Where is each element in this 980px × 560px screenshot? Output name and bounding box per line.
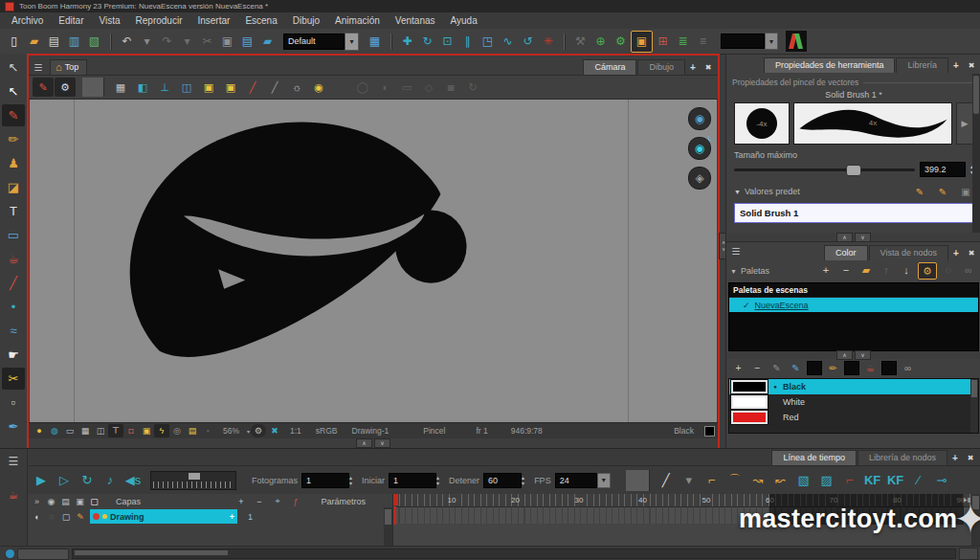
matte-view-icon[interactable]: ◈ [688,167,711,190]
paint-color-icon[interactable]: ☕ [862,361,879,375]
rotate-view-icon[interactable]: ↻ [462,78,483,97]
flip-vertical-icon[interactable]: ▨ [815,470,838,491]
menu-item[interactable]: Editar [51,13,91,28]
brush-color-icon[interactable]: ✎ [788,361,804,375]
undo-dropdown-icon[interactable]: ▾ [137,32,157,52]
close-view-button[interactable]: ✖ [965,246,978,259]
add-drawing-layer-icon[interactable]: ≣ [673,32,693,52]
zoom-level[interactable]: 56% [223,426,239,436]
color-list-scrollbar[interactable] [970,379,978,433]
paint-tool[interactable]: ☕ [2,248,25,270]
maintain-size-icon[interactable]: ◳ [478,32,498,52]
texture-preview-icon[interactable]: ◎ [169,424,185,437]
scene-marker-icon[interactable] [6,549,14,558]
brush-stroke-preview[interactable]: 4x [793,102,952,145]
gear-icon[interactable]: ⚙ [55,78,76,97]
preview-next-icon[interactable]: ▶ [956,102,973,145]
cutter-tool[interactable]: ✂ [2,368,25,390]
text-tool[interactable]: T [2,200,25,222]
close-view-button[interactable]: ✖ [964,451,977,464]
collapse-up-icon[interactable]: ∧ [836,350,853,360]
layer-visibility-icon[interactable]: ◐ [31,510,44,523]
instant-render-icon[interactable]: ϟ [154,424,169,437]
jog-knob[interactable] [189,473,200,480]
close-view-button[interactable]: ✖ [965,58,978,72]
save-icon[interactable]: ▤ [44,32,64,52]
color-swatch[interactable] [731,411,768,424]
workspace-dropdown[interactable]: Default ▾ [283,33,359,51]
brush-tool[interactable]: ✎ [2,104,25,126]
solo-mode-icon[interactable]: ▢ [87,495,101,507]
delete-layer-button[interactable]: − [252,495,266,507]
stop-motion-keyframe-icon[interactable]: ⊸ [930,470,953,491]
snap-options-icon[interactable]: ◧ [132,78,153,97]
view-tab[interactable]: Cámara [583,59,636,75]
draw-behind-icon[interactable]: ╱ [264,78,285,97]
menu-item[interactable]: Insertar [189,13,237,28]
menu-item[interactable]: Dibujo [285,13,327,28]
palette-row[interactable]: ✓ NuevaEscena [729,298,978,312]
panel-tab[interactable]: Línea de tiempo [771,450,857,465]
ellipse-guide-icon[interactable]: ◯ [352,78,373,97]
new-scene-icon[interactable]: ▯ [4,32,24,52]
workspace-value[interactable]: Default [283,34,345,50]
stop-field[interactable]: 60 [483,473,522,488]
color-panel-splitter[interactable]: ∧ ∨ [726,351,980,359]
pencil-color-icon[interactable]: ✏ [825,361,841,375]
max-size-value[interactable]: 399.2 [920,162,966,177]
color-swatch[interactable] [731,395,768,409]
edit-color-icon[interactable]: ✎ [768,361,785,375]
layer-name-bar[interactable]: Drawing + [90,509,237,524]
copy-icon[interactable]: ▣ [217,32,237,52]
add-view-button[interactable]: + [949,246,963,259]
lock-add-icon[interactable]: ▣ [220,78,241,97]
lock-view-icon[interactable]: ▣ [139,424,154,437]
zoom-dropdown-icon[interactable]: ▾ [247,428,250,435]
select-by-color-tool[interactable]: ▫ [2,392,25,414]
collapse-up-icon[interactable]: ∧ [356,438,372,448]
animate-tool[interactable]: ↖ [2,56,25,78]
outline-mode-icon[interactable]: ▭ [62,424,78,437]
panel-tab[interactable]: Vista de nodos [869,245,948,260]
link-colors-icon[interactable]: ∞ [900,361,916,375]
rotate-icon[interactable]: ↻ [417,32,437,52]
brush-min-preview[interactable]: -4x [734,102,790,145]
preset-menu-icon[interactable]: ▣ [958,185,973,198]
sound-button[interactable]: ♪ [99,470,122,491]
rect-guide-icon[interactable]: ▭ [396,78,417,97]
panel-tab[interactable]: Librería [896,57,948,73]
grid-icon[interactable]: ▦ [110,78,131,97]
menu-item[interactable]: Ventanas [388,13,443,28]
chevron-down-icon[interactable]: ▾ [345,33,359,51]
status-gear-icon[interactable]: ⚙ [251,424,266,437]
layer-thumb-icon[interactable]: ▢ [59,510,73,523]
safe-area-icon[interactable]: ◘ [123,424,139,437]
show-all-icon[interactable]: » [30,495,44,507]
frames-field[interactable]: 1 [301,473,349,488]
set-ease-out-icon[interactable]: ⌒ [724,470,746,491]
pencil-color-swatch[interactable] [844,361,859,375]
loop-button[interactable]: ↻ [76,470,99,491]
onion-skin-icon[interactable]: ◉ [308,78,329,97]
start-field[interactable]: 1 [389,473,436,488]
repaint-brush-tool[interactable]: ╱ [2,272,25,294]
timeline-hscrollbar[interactable] [72,549,956,559]
status-close-icon[interactable]: ✖ [267,424,282,437]
grid-overlay-icon[interactable]: ▦ [78,424,93,437]
remove-keyframe-icon[interactable]: KF [884,470,907,491]
chevron-down-icon[interactable]: ▾ [765,33,778,50]
thumbnail-icon[interactable]: ▤ [185,424,200,437]
paste-icon[interactable]: ▤ [237,32,257,52]
panel-tab[interactable]: Color [824,245,868,260]
fps-dropdown-icon[interactable]: ▾ [597,473,611,488]
playhead[interactable] [393,494,398,505]
camera-mask-icon[interactable]: ◫ [176,78,197,97]
frames-spinner[interactable]: ▴▾ [349,475,352,486]
pen-guide-icon[interactable]: ◗ [374,78,395,97]
step-icon[interactable]: ⌐ [838,470,861,491]
node-network-icon[interactable]: ✳ [538,32,558,52]
easy-flipping-icon[interactable]: ☕ [4,484,24,504]
eraser-tool[interactable]: ◪ [2,176,25,198]
drawing-canvas[interactable]: ◉ ◉ L ◈ [30,100,717,422]
search-palette-icon[interactable]: ◌ [940,262,957,278]
